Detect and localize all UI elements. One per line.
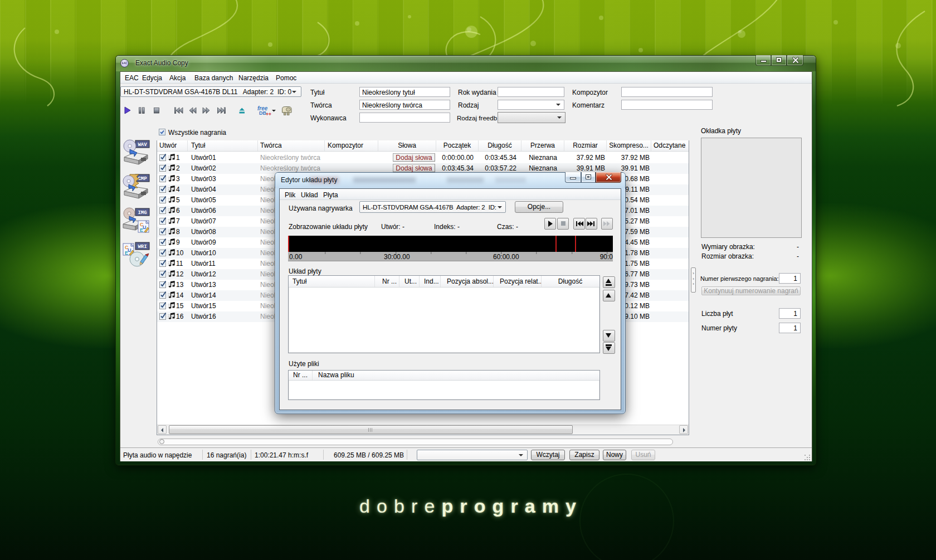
svg-text:WRI: WRI [138, 244, 147, 250]
svg-text:E: E [125, 250, 128, 256]
svg-text:WAV: WAV [138, 142, 147, 148]
svg-text:++: ++ [266, 111, 271, 116]
svg-text:E: E [140, 227, 143, 233]
svg-text:CMP: CMP [138, 176, 147, 182]
svg-text:IMG: IMG [138, 210, 147, 216]
